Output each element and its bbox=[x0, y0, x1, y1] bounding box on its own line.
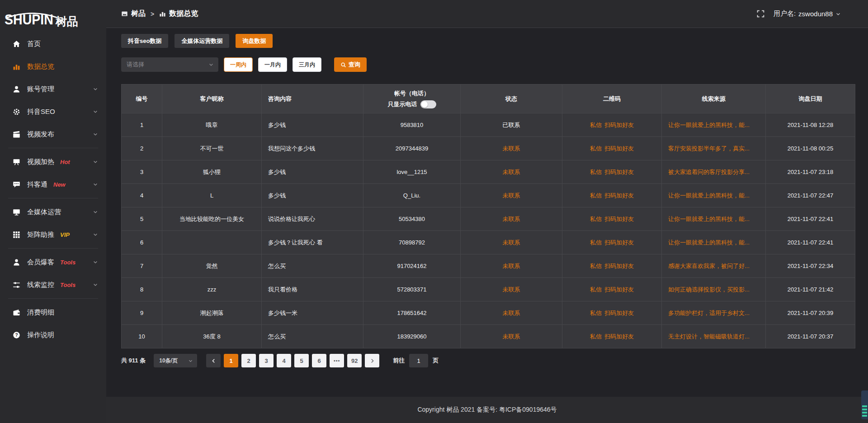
filter-bar: 请选择 一周内一月内三月内 查询 bbox=[121, 57, 855, 72]
table-row: 1哦章多少钱9583810已联系私信扫码加好友让你一眼就爱上的黑科技，能...2… bbox=[122, 113, 855, 137]
chevron-down-icon bbox=[93, 232, 98, 237]
query-button[interactable]: 查询 bbox=[334, 57, 367, 72]
page-size-select[interactable]: 10条/页 bbox=[154, 354, 197, 367]
photo-icon bbox=[121, 10, 128, 17]
qr-private-message-link[interactable]: 私信 bbox=[590, 122, 602, 128]
qr-private-message-link[interactable]: 私信 bbox=[590, 216, 602, 222]
qr-scan-add-friend-link[interactable]: 扫码加好友 bbox=[604, 145, 634, 152]
chevron-down-icon bbox=[208, 62, 214, 67]
sidebar-item-account-manage[interactable]: 账号管理 bbox=[0, 78, 106, 100]
period-button-quarter[interactable]: 三月内 bbox=[292, 57, 321, 72]
qr-scan-add-friend-link[interactable]: 扫码加好友 bbox=[604, 286, 634, 293]
qr-private-message-link[interactable]: 私信 bbox=[590, 169, 602, 175]
status-badge: 未联系 bbox=[503, 216, 520, 222]
user-menu[interactable]: 用户名: zswodun88 bbox=[774, 9, 841, 18]
breadcrumb-item-shupin[interactable]: 树品 bbox=[121, 9, 146, 19]
breadcrumb-item-data-overview[interactable]: 数据总览 bbox=[159, 9, 198, 19]
page-button-1[interactable]: 1 bbox=[224, 354, 238, 367]
qr-private-message-link[interactable]: 私信 bbox=[590, 192, 602, 199]
period-button-month[interactable]: 一月内 bbox=[258, 57, 287, 72]
cell-source[interactable]: 无主灯设计，智能磁吸轨道灯... bbox=[662, 325, 766, 348]
sidebar-item-help[interactable]: ?操作说明 bbox=[0, 324, 106, 346]
qr-scan-add-friend-link[interactable]: 扫码加好友 bbox=[604, 192, 634, 199]
cell-source[interactable]: 感谢大家喜欢我家，被问了好... bbox=[662, 254, 766, 278]
qr-scan-add-friend-link[interactable]: 扫码加好友 bbox=[604, 239, 634, 246]
sidebar-item-video-heat[interactable]: 视频加热Hot bbox=[0, 150, 106, 173]
inquiry-table: 编号客户昵称咨询内容帐号（电话）只显示电话状态二维码线索来源询盘日期 1哦章多少… bbox=[121, 84, 855, 348]
page-button-92[interactable]: 92 bbox=[347, 354, 362, 367]
page-button-4[interactable]: 4 bbox=[277, 354, 291, 367]
qr-scan-add-friend-link[interactable]: 扫码加好友 bbox=[604, 216, 634, 222]
filter-select[interactable]: 请选择 bbox=[121, 57, 218, 72]
cell-source[interactable]: 被大家追着问的客厅投影分享... bbox=[662, 160, 766, 184]
qr-private-message-link[interactable]: 私信 bbox=[590, 286, 602, 293]
sidebar-item-badge: Tools bbox=[60, 259, 75, 266]
qr-scan-add-friend-link[interactable]: 扫码加好友 bbox=[604, 333, 634, 340]
sidebar-item-member-burst[interactable]: 会员爆客Tools bbox=[0, 251, 106, 273]
cell-source[interactable]: 如何正确选择投影仪，买投影... bbox=[662, 278, 766, 301]
app-logo[interactable]: SHUPIN 树品 bbox=[0, 4, 106, 28]
prev-page-button[interactable] bbox=[206, 354, 221, 367]
cell-source[interactable]: 客厅安装投影半年多了，真实... bbox=[662, 137, 766, 160]
sidebar-item-matrix-boost[interactable]: 矩阵助推VIP bbox=[0, 223, 106, 246]
tab-media-operation-data[interactable]: 全媒体运营数据 bbox=[175, 34, 229, 48]
table-row: 1036度 8怎么买183929060未联系私信扫码加好友无主灯设计，智能磁吸轨… bbox=[122, 325, 855, 348]
sidebar-item-media-operation[interactable]: 全媒体运营 bbox=[0, 201, 106, 223]
sidebar-item-douyin-seo[interactable]: 抖音SEO bbox=[0, 100, 106, 123]
cell-date: 2021-11-07 21:42 bbox=[766, 278, 855, 301]
cell-source[interactable]: 让你一眼就爱上的黑科技，能... bbox=[662, 113, 766, 137]
chevron-right-icon bbox=[370, 358, 375, 363]
chevron-down-icon bbox=[93, 86, 98, 92]
page-button-2[interactable]: 2 bbox=[241, 354, 256, 367]
cell-source[interactable]: 让你一眼就爱上的黑科技，能... bbox=[662, 207, 766, 231]
qr-scan-add-friend-link[interactable]: 扫码加好友 bbox=[604, 169, 634, 175]
cell-status: 未联系 bbox=[461, 231, 562, 254]
page-more-button[interactable]: ••• bbox=[330, 354, 344, 367]
cell-source[interactable]: 多功能护栏灯，适用于乡村文... bbox=[662, 301, 766, 325]
tab-inquiry-data[interactable]: 询盘数据 bbox=[236, 34, 273, 48]
sidebar-item-label: 消费明细 bbox=[27, 308, 54, 317]
sidebar-item-label: 操作说明 bbox=[27, 331, 54, 339]
sidebar-item-douketong[interactable]: 抖客通New bbox=[0, 173, 106, 196]
wallet-icon bbox=[13, 309, 20, 316]
qr-private-message-link[interactable]: 私信 bbox=[590, 145, 602, 152]
qr-scan-add-friend-link[interactable]: 扫码加好友 bbox=[604, 310, 634, 316]
sidebar-divider bbox=[8, 148, 98, 148]
sidebar-item-label: 线索监控 bbox=[27, 281, 54, 289]
cell-content: 怎么买 bbox=[262, 325, 363, 348]
cell-nickname: 当地比较能吃的一位美女 bbox=[162, 207, 262, 231]
sidebar-item-label: 视频加热 bbox=[27, 158, 54, 166]
phone-only-toggle[interactable] bbox=[420, 100, 436, 108]
page-button-3[interactable]: 3 bbox=[259, 354, 274, 367]
fullscreen-icon[interactable] bbox=[757, 10, 764, 18]
next-page-button[interactable] bbox=[365, 354, 379, 367]
sidebar-item-data-overview[interactable]: 数据总览 bbox=[0, 55, 106, 78]
qr-private-message-link[interactable]: 私信 bbox=[590, 310, 602, 316]
floating-widget[interactable] bbox=[861, 390, 868, 419]
qr-private-message-link[interactable]: 私信 bbox=[590, 333, 602, 340]
sidebar-item-video-publish[interactable]: 视频发布 bbox=[0, 123, 106, 146]
sidebar-item-expense-detail[interactable]: 消费明细 bbox=[0, 301, 106, 324]
qr-private-message-link[interactable]: 私信 bbox=[590, 263, 602, 269]
period-button-week[interactable]: 一周内 bbox=[224, 57, 253, 72]
qr-scan-add-friend-link[interactable]: 扫码加好友 bbox=[604, 122, 634, 128]
sidebar-item-label: 视频发布 bbox=[27, 130, 54, 139]
sidebar-item-lead-monitor[interactable]: 线索监控Tools bbox=[0, 273, 106, 296]
status-badge: 未联系 bbox=[503, 239, 520, 246]
cell-source[interactable]: 让你一眼就爱上的黑科技，能... bbox=[662, 184, 766, 207]
cell-source[interactable]: 让你一眼就爱上的黑科技，能... bbox=[662, 231, 766, 254]
sidebar-item-badge: New bbox=[53, 181, 66, 188]
page-button-6[interactable]: 6 bbox=[312, 354, 326, 367]
logo-text-cn: 树品 bbox=[56, 16, 78, 27]
sidebar-item-home[interactable]: 首页 bbox=[0, 33, 106, 55]
status-badge: 未联系 bbox=[503, 310, 520, 316]
qr-scan-add-friend-link[interactable]: 扫码加好友 bbox=[604, 263, 634, 269]
cell-id: 3 bbox=[122, 160, 162, 184]
col-header-nickname: 客户昵称 bbox=[162, 85, 262, 113]
content-area: 抖音seo数据全媒体运营数据询盘数据 请选择 一周内一月内三月内 查询 编号客户… bbox=[106, 28, 868, 397]
goto-page-input[interactable] bbox=[409, 354, 428, 367]
tab-douyin-seo-data[interactable]: 抖音seo数据 bbox=[121, 34, 168, 48]
page-button-5[interactable]: 5 bbox=[294, 354, 309, 367]
qr-private-message-link[interactable]: 私信 bbox=[590, 239, 602, 246]
cell-qr: 私信扫码加好友 bbox=[562, 207, 662, 231]
